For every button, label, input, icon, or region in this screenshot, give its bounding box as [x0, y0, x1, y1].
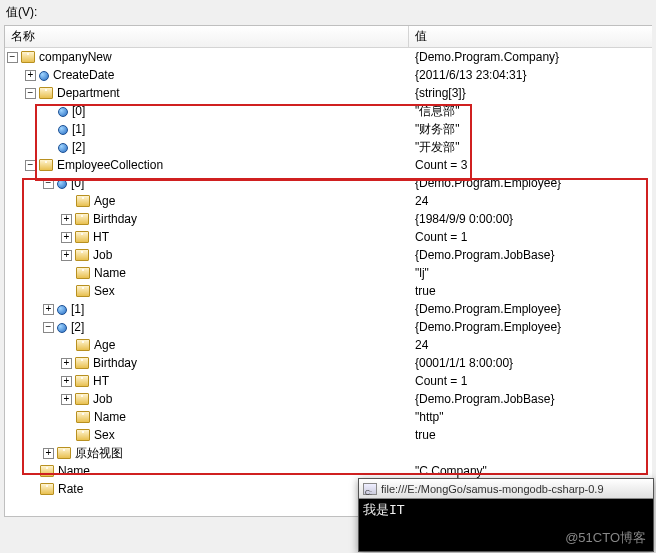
object-icon — [75, 249, 89, 261]
tree-row[interactable]: [0]"信息部" — [5, 102, 652, 120]
tree-cell-value[interactable]: "http" — [409, 408, 652, 426]
tree-row[interactable]: +Birthday{0001/1/1 8:00:00} — [5, 354, 652, 372]
expand-icon[interactable]: + — [61, 376, 72, 387]
tree-row[interactable]: −[0]{Demo.Program.Employee} — [5, 174, 652, 192]
tree-row[interactable]: Name"lj" — [5, 264, 652, 282]
tree-row[interactable]: +[1]{Demo.Program.Employee} — [5, 300, 652, 318]
tree-cell-name[interactable]: Age — [5, 192, 409, 210]
tree-cell-value[interactable]: "开发部" — [409, 138, 652, 156]
node-name: Birthday — [93, 354, 137, 372]
expand-icon[interactable]: + — [61, 232, 72, 243]
tree-cell-value[interactable]: {Demo.Program.JobBase} — [409, 246, 652, 264]
tree-cell-name[interactable]: Sex — [5, 282, 409, 300]
object-icon — [21, 51, 35, 63]
node-name: EmployeeCollection — [57, 156, 163, 174]
tree-cell-name[interactable]: [2] — [5, 138, 409, 156]
tree-cell-value[interactable]: {Demo.Program.Employee} — [409, 300, 652, 318]
tree-cell-name[interactable]: +Birthday — [5, 210, 409, 228]
collapse-icon[interactable]: − — [25, 160, 36, 171]
tree-cell-value[interactable]: {1984/9/9 0:00:00} — [409, 210, 652, 228]
expand-icon[interactable]: + — [43, 448, 54, 459]
tree-cell-value[interactable]: "信息部" — [409, 102, 652, 120]
tree-row[interactable]: +Job{Demo.Program.JobBase} — [5, 390, 652, 408]
tree-cell-value[interactable]: {Demo.Program.Company} — [409, 48, 652, 66]
tree-cell-name[interactable]: Rate — [5, 480, 409, 498]
tree-row[interactable]: −companyNew{Demo.Program.Company} — [5, 48, 652, 66]
tree-cell-value[interactable]: {Demo.Program.Employee} — [409, 174, 652, 192]
tree-cell-value[interactable]: true — [409, 426, 652, 444]
tree-row[interactable]: −[2]{Demo.Program.Employee} — [5, 318, 652, 336]
tree-row[interactable]: +Job{Demo.Program.JobBase} — [5, 246, 652, 264]
collapse-icon[interactable]: − — [7, 52, 18, 63]
tree-cell-name[interactable]: −[2] — [5, 318, 409, 336]
collapse-icon[interactable]: − — [43, 322, 54, 333]
tree-cell-value[interactable]: {2011/6/13 23:04:31} — [409, 66, 652, 84]
node-name: [2] — [72, 138, 85, 156]
tree-row[interactable]: Sextrue — [5, 282, 652, 300]
expand-icon[interactable]: + — [61, 250, 72, 261]
tree-cell-name[interactable]: Name — [5, 408, 409, 426]
tree-row[interactable]: −Department{string[3]} — [5, 84, 652, 102]
tree-cell-value[interactable]: "lj" — [409, 264, 652, 282]
expand-icon[interactable]: + — [61, 214, 72, 225]
expand-icon[interactable]: + — [25, 70, 36, 81]
tree-cell-name[interactable]: [1] — [5, 120, 409, 138]
tree-cell-value[interactable]: true — [409, 282, 652, 300]
tree-cell-value[interactable]: 24 — [409, 192, 652, 210]
tree-row[interactable]: −EmployeeCollectionCount = 3 — [5, 156, 652, 174]
tree-cell-name[interactable]: [0] — [5, 102, 409, 120]
tree-cell-name[interactable]: Name — [5, 264, 409, 282]
tree-cell-value[interactable]: Count = 1 — [409, 228, 652, 246]
tree-row[interactable]: +CreateDate{2011/6/13 23:04:31} — [5, 66, 652, 84]
tree-row[interactable]: Name"http" — [5, 408, 652, 426]
tree-cell-name[interactable]: +Birthday — [5, 354, 409, 372]
column-header-name[interactable]: 名称 — [5, 26, 409, 47]
expand-icon[interactable]: + — [61, 358, 72, 369]
console-title-text: file:///E:/MongGo/samus-mongodb-csharp-0… — [381, 479, 604, 499]
node-name: Name — [94, 264, 126, 282]
tree-cell-value[interactable]: {Demo.Program.Employee} — [409, 318, 652, 336]
collapse-icon[interactable]: − — [25, 88, 36, 99]
tree-row[interactable]: Age24 — [5, 336, 652, 354]
tree-row[interactable]: [2]"开发部" — [5, 138, 652, 156]
tree-row[interactable]: +Birthday{1984/9/9 0:00:00} — [5, 210, 652, 228]
tree-cell-name[interactable]: −EmployeeCollection — [5, 156, 409, 174]
node-name: Sex — [94, 426, 115, 444]
property-icon — [58, 143, 68, 153]
tree-row[interactable]: +HTCount = 1 — [5, 228, 652, 246]
tree-row[interactable]: +HTCount = 1 — [5, 372, 652, 390]
tree-cell-value[interactable]: {0001/1/1 8:00:00} — [409, 354, 652, 372]
tree-cell-name[interactable]: +HT — [5, 228, 409, 246]
column-header-value[interactable]: 值 — [409, 26, 652, 47]
tree-cell-value[interactable]: {Demo.Program.JobBase} — [409, 390, 652, 408]
tree-cell-value[interactable]: {string[3]} — [409, 84, 652, 102]
tree-row[interactable]: +原始视图 — [5, 444, 652, 462]
node-name: HT — [93, 372, 109, 390]
tree-cell-name[interactable]: +[1] — [5, 300, 409, 318]
tree-cell-name[interactable]: +CreateDate — [5, 66, 409, 84]
tree-view[interactable]: 名称 值 −companyNew{Demo.Program.Company}+C… — [4, 25, 652, 517]
tree-row[interactable]: Sextrue — [5, 426, 652, 444]
tree-row[interactable]: [1]"财务部" — [5, 120, 652, 138]
tree-cell-name[interactable]: −companyNew — [5, 48, 409, 66]
object-icon — [75, 393, 89, 405]
tree-row[interactable]: Age24 — [5, 192, 652, 210]
tree-cell-name[interactable]: −[0] — [5, 174, 409, 192]
collapse-icon[interactable]: − — [43, 178, 54, 189]
tree-cell-name[interactable]: Name — [5, 462, 409, 480]
console-title-bar[interactable]: file:///E:/MongGo/samus-mongodb-csharp-0… — [359, 479, 653, 499]
tree-cell-value[interactable]: Count = 1 — [409, 372, 652, 390]
tree-cell-value[interactable]: "财务部" — [409, 120, 652, 138]
tree-cell-name[interactable]: +HT — [5, 372, 409, 390]
tree-cell-value[interactable]: Count = 3 — [409, 156, 652, 174]
tree-cell-value[interactable] — [409, 444, 652, 462]
tree-cell-name[interactable]: Age — [5, 336, 409, 354]
tree-cell-name[interactable]: Sex — [5, 426, 409, 444]
expand-icon[interactable]: + — [61, 394, 72, 405]
tree-cell-name[interactable]: +原始视图 — [5, 444, 409, 462]
tree-cell-value[interactable]: 24 — [409, 336, 652, 354]
tree-cell-name[interactable]: +Job — [5, 390, 409, 408]
expand-icon[interactable]: + — [43, 304, 54, 315]
tree-cell-name[interactable]: −Department — [5, 84, 409, 102]
tree-cell-name[interactable]: +Job — [5, 246, 409, 264]
